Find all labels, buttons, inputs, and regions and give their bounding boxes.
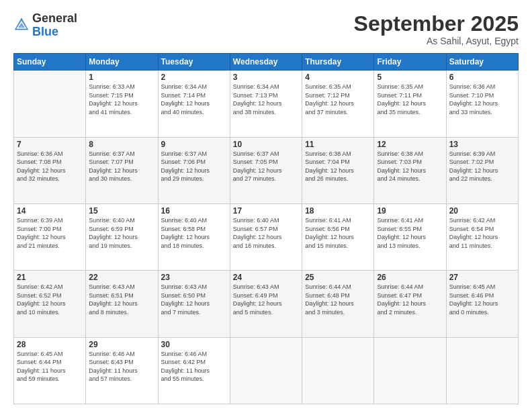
day-info: Sunrise: 6:37 AM Sunset: 7:06 PM Dayligh… [161, 150, 227, 183]
day-number: 24 [233, 273, 299, 282]
day-info: Sunrise: 6:35 AM Sunset: 7:11 PM Dayligh… [377, 83, 443, 116]
day-number: 9 [161, 140, 227, 149]
calendar-cell: 26Sunrise: 6:44 AM Sunset: 6:47 PM Dayli… [374, 271, 446, 337]
day-info: Sunrise: 6:33 AM Sunset: 7:15 PM Dayligh… [89, 83, 154, 116]
day-number: 8 [89, 140, 154, 149]
day-header-wednesday: Wednesday [230, 54, 302, 71]
calendar-week-row: 21Sunrise: 6:42 AM Sunset: 6:52 PM Dayli… [14, 271, 519, 337]
day-info: Sunrise: 6:37 AM Sunset: 7:05 PM Dayligh… [233, 150, 299, 183]
day-info: Sunrise: 6:46 AM Sunset: 6:42 PM Dayligh… [161, 350, 227, 383]
calendar-cell: 12Sunrise: 6:38 AM Sunset: 7:03 PM Dayli… [374, 137, 446, 203]
calendar-cell: 29Sunrise: 6:46 AM Sunset: 6:43 PM Dayli… [86, 337, 158, 404]
day-number: 2 [161, 73, 227, 82]
day-number: 12 [377, 140, 443, 149]
day-info: Sunrise: 6:40 AM Sunset: 6:58 PM Dayligh… [161, 216, 227, 250]
day-info: Sunrise: 6:45 AM Sunset: 6:46 PM Dayligh… [449, 283, 515, 316]
day-header-friday: Friday [374, 54, 446, 71]
day-number: 10 [233, 140, 299, 149]
calendar-table: SundayMondayTuesdayWednesdayThursdayFrid… [13, 53, 519, 404]
calendar-cell: 17Sunrise: 6:40 AM Sunset: 6:57 PM Dayli… [230, 203, 302, 270]
calendar-week-row: 28Sunrise: 6:45 AM Sunset: 6:44 PM Dayli… [14, 337, 519, 404]
day-number: 19 [377, 206, 443, 216]
calendar-cell: 16Sunrise: 6:40 AM Sunset: 6:58 PM Dayli… [158, 203, 230, 270]
day-number: 18 [305, 206, 371, 216]
location: As Sahil, Asyut, Egypt [354, 36, 519, 46]
calendar-cell: 14Sunrise: 6:39 AM Sunset: 7:00 PM Dayli… [14, 203, 86, 270]
calendar-cell: 20Sunrise: 6:42 AM Sunset: 6:54 PM Dayli… [446, 203, 518, 270]
day-info: Sunrise: 6:38 AM Sunset: 7:03 PM Dayligh… [377, 150, 443, 183]
day-number: 26 [377, 273, 443, 282]
day-info: Sunrise: 6:40 AM Sunset: 6:59 PM Dayligh… [89, 216, 154, 250]
calendar-cell: 21Sunrise: 6:42 AM Sunset: 6:52 PM Dayli… [14, 271, 86, 337]
calendar-cell [302, 337, 374, 404]
calendar-cell: 2Sunrise: 6:34 AM Sunset: 7:14 PM Daylig… [158, 71, 230, 137]
calendar-week-row: 7Sunrise: 6:36 AM Sunset: 7:08 PM Daylig… [14, 137, 519, 203]
calendar-cell: 3Sunrise: 6:34 AM Sunset: 7:13 PM Daylig… [230, 71, 302, 137]
day-number: 21 [17, 273, 83, 282]
day-info: Sunrise: 6:44 AM Sunset: 6:47 PM Dayligh… [377, 283, 443, 316]
calendar-cell: 19Sunrise: 6:41 AM Sunset: 6:55 PM Dayli… [374, 203, 446, 270]
calendar-cell [446, 337, 518, 404]
logo-blue-text: Blue [32, 25, 58, 38]
day-number: 22 [89, 273, 154, 282]
calendar-cell: 24Sunrise: 6:43 AM Sunset: 6:49 PM Dayli… [230, 271, 302, 337]
calendar-cell: 11Sunrise: 6:38 AM Sunset: 7:04 PM Dayli… [302, 137, 374, 203]
calendar-cell: 4Sunrise: 6:35 AM Sunset: 7:12 PM Daylig… [302, 71, 374, 137]
logo-icon [13, 16, 30, 32]
day-number: 27 [449, 273, 515, 282]
day-number: 6 [449, 73, 515, 82]
calendar-cell: 7Sunrise: 6:36 AM Sunset: 7:08 PM Daylig… [14, 137, 86, 203]
day-info: Sunrise: 6:43 AM Sunset: 6:51 PM Dayligh… [89, 283, 154, 316]
day-info: Sunrise: 6:42 AM Sunset: 6:54 PM Dayligh… [449, 216, 515, 250]
day-number: 23 [161, 273, 227, 282]
calendar-cell: 13Sunrise: 6:39 AM Sunset: 7:02 PM Dayli… [446, 137, 518, 203]
calendar-cell: 5Sunrise: 6:35 AM Sunset: 7:11 PM Daylig… [374, 71, 446, 137]
day-number: 16 [161, 206, 227, 216]
day-info: Sunrise: 6:36 AM Sunset: 7:10 PM Dayligh… [449, 83, 515, 116]
day-number: 5 [377, 73, 443, 82]
calendar-cell [230, 337, 302, 404]
calendar-cell [374, 337, 446, 404]
day-info: Sunrise: 6:44 AM Sunset: 6:48 PM Dayligh… [305, 283, 371, 316]
day-number: 30 [161, 340, 227, 349]
day-info: Sunrise: 6:45 AM Sunset: 6:44 PM Dayligh… [17, 350, 83, 383]
calendar-cell: 18Sunrise: 6:41 AM Sunset: 6:56 PM Dayli… [302, 203, 374, 270]
day-number: 4 [305, 73, 371, 82]
day-number: 14 [17, 206, 83, 216]
calendar-cell: 22Sunrise: 6:43 AM Sunset: 6:51 PM Dayli… [86, 271, 158, 337]
calendar-cell: 25Sunrise: 6:44 AM Sunset: 6:48 PM Dayli… [302, 271, 374, 337]
day-header-sunday: Sunday [14, 54, 86, 71]
calendar-cell: 8Sunrise: 6:37 AM Sunset: 7:07 PM Daylig… [86, 137, 158, 203]
day-number: 28 [17, 340, 83, 349]
calendar-cell [14, 71, 86, 137]
calendar-cell: 1Sunrise: 6:33 AM Sunset: 7:15 PM Daylig… [86, 71, 158, 137]
day-header-saturday: Saturday [446, 54, 518, 71]
day-info: Sunrise: 6:41 AM Sunset: 6:55 PM Dayligh… [377, 216, 443, 250]
month-title: September 2025 [354, 12, 519, 36]
day-number: 3 [233, 73, 299, 82]
calendar-cell: 9Sunrise: 6:37 AM Sunset: 7:06 PM Daylig… [158, 137, 230, 203]
day-info: Sunrise: 6:37 AM Sunset: 7:07 PM Dayligh… [89, 150, 154, 183]
logo-general-text: General [32, 11, 77, 25]
calendar-cell: 6Sunrise: 6:36 AM Sunset: 7:10 PM Daylig… [446, 71, 518, 137]
header: General Blue September 2025 As Sahil, As… [13, 12, 519, 46]
day-header-monday: Monday [86, 54, 158, 71]
calendar-cell: 27Sunrise: 6:45 AM Sunset: 6:46 PM Dayli… [446, 271, 518, 337]
calendar-cell: 15Sunrise: 6:40 AM Sunset: 6:59 PM Dayli… [86, 203, 158, 270]
day-info: Sunrise: 6:43 AM Sunset: 6:49 PM Dayligh… [233, 283, 299, 316]
day-info: Sunrise: 6:34 AM Sunset: 7:14 PM Dayligh… [161, 83, 227, 116]
header-row: SundayMondayTuesdayWednesdayThursdayFrid… [14, 54, 519, 71]
logo: General Blue [13, 12, 77, 39]
day-number: 29 [89, 340, 154, 349]
day-info: Sunrise: 6:34 AM Sunset: 7:13 PM Dayligh… [233, 83, 299, 116]
day-header-tuesday: Tuesday [158, 54, 230, 71]
calendar-page: General Blue September 2025 As Sahil, As… [0, 0, 532, 411]
calendar-cell: 23Sunrise: 6:43 AM Sunset: 6:50 PM Dayli… [158, 271, 230, 337]
day-number: 17 [233, 206, 299, 216]
logo-text: General Blue [32, 12, 77, 39]
day-number: 1 [89, 73, 154, 82]
day-number: 7 [17, 140, 83, 149]
day-info: Sunrise: 6:38 AM Sunset: 7:04 PM Dayligh… [305, 150, 371, 183]
day-info: Sunrise: 6:46 AM Sunset: 6:43 PM Dayligh… [89, 350, 154, 383]
day-number: 13 [449, 140, 515, 149]
